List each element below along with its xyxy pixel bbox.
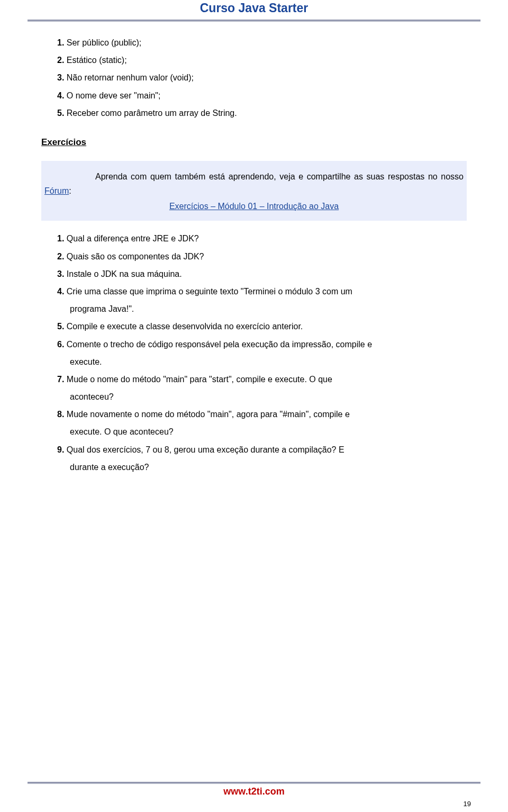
list-text: Mude o nome do método "main" para "start… bbox=[67, 375, 332, 384]
list-continuation: programa Java!". bbox=[70, 302, 467, 316]
list-continuation: aconteceu? bbox=[70, 390, 467, 404]
list-item: 3. Não retornar nenhum valor (void); bbox=[57, 70, 467, 85]
list-text: Qual a diferença entre JRE e JDK? bbox=[67, 234, 199, 243]
list-num: 1. bbox=[57, 38, 64, 47]
forum-link[interactable]: Fórum bbox=[44, 186, 69, 195]
callout-body: Aprenda com quem também está aprendendo,… bbox=[44, 169, 464, 198]
list-item: 2. Estático (static); bbox=[57, 53, 467, 67]
list-continuation: durante a execução? bbox=[70, 460, 467, 474]
list-text: Não retornar nenhum valor (void); bbox=[67, 73, 194, 82]
list-item: 6. Comente o trecho de código responsáve… bbox=[57, 337, 467, 351]
list-item: 5. Compile e execute a classe desenvolvi… bbox=[57, 319, 467, 333]
list-num: 9. bbox=[57, 445, 64, 454]
list-num: 2. bbox=[57, 252, 64, 261]
list-item: 3. Instale o JDK na sua máquina. bbox=[57, 267, 467, 281]
list-continuation: execute. O que aconteceu? bbox=[70, 425, 467, 439]
exercise-list: 1. Qual a diferença entre JRE e JDK? 2. … bbox=[57, 231, 467, 474]
page-footer: www.t2ti.com bbox=[0, 782, 508, 797]
list-num: 4. bbox=[57, 287, 64, 296]
list-num: 3. bbox=[57, 73, 64, 82]
callout-pre-text: Aprenda com quem também está aprendendo,… bbox=[95, 172, 464, 181]
callout-post-text: : bbox=[69, 186, 71, 195]
exercises-heading: Exercícios bbox=[41, 135, 467, 150]
list-item: 4. Crie uma classe que imprima o seguint… bbox=[57, 284, 467, 299]
list-num: 3. bbox=[57, 269, 64, 278]
list-text: O nome deve ser "main"; bbox=[67, 91, 161, 100]
page-title: Curso Java Starter bbox=[200, 1, 309, 15]
list-text: Qual dos exercícios, 7 ou 8, gerou uma e… bbox=[67, 445, 344, 454]
list-num: 4. bbox=[57, 91, 64, 100]
page-header: Curso Java Starter bbox=[0, 0, 508, 15]
list-text: Compile e execute a classe desenvolvida … bbox=[67, 322, 303, 331]
page-number: 19 bbox=[464, 800, 471, 808]
list-item: 2. Quais são os componentes da JDK? bbox=[57, 249, 467, 264]
list-text: Crie uma classe que imprima o seguinte t… bbox=[67, 287, 352, 296]
list-num: 2. bbox=[57, 56, 64, 65]
list-item: 4. O nome deve ser "main"; bbox=[57, 88, 467, 103]
list-item: 1. Qual a diferença entre JRE e JDK? bbox=[57, 231, 467, 246]
list-num: 5. bbox=[57, 322, 64, 331]
list-num: 7. bbox=[57, 375, 64, 384]
list-text: Estático (static); bbox=[67, 56, 127, 65]
list-num: 1. bbox=[57, 234, 64, 243]
list-text: Comente o trecho de código responsável p… bbox=[67, 340, 372, 349]
list-text: Quais são os componentes da JDK? bbox=[67, 252, 204, 261]
list-num: 5. bbox=[57, 109, 64, 118]
list-item: 8. Mude novamente o nome do método "main… bbox=[57, 407, 467, 421]
footer-rule bbox=[28, 782, 480, 784]
list-text: Ser público (public); bbox=[67, 38, 141, 47]
intro-list: 1. Ser público (public); 2. Estático (st… bbox=[57, 35, 467, 120]
list-num: 8. bbox=[57, 410, 64, 419]
list-continuation: execute. bbox=[70, 355, 467, 369]
list-text: Mude novamente o nome do método "main", … bbox=[67, 410, 350, 419]
list-item: 5. Receber como parâmetro um array de St… bbox=[57, 106, 467, 120]
list-num: 6. bbox=[57, 340, 64, 349]
list-item: 9. Qual dos exercícios, 7 ou 8, gerou um… bbox=[57, 443, 467, 457]
main-content: 1. Ser público (public); 2. Estático (st… bbox=[0, 22, 508, 474]
list-item: 1. Ser público (public); bbox=[57, 35, 467, 50]
footer-url-link[interactable]: www.t2ti.com bbox=[223, 786, 284, 797]
list-text: Receber como parâmetro um array de Strin… bbox=[67, 109, 237, 118]
callout-box: Aprenda com quem também está aprendendo,… bbox=[41, 161, 467, 221]
list-text: Instale o JDK na sua máquina. bbox=[67, 269, 182, 278]
exercises-module-link[interactable]: Exercícios – Módulo 01 – Introdução ao J… bbox=[44, 199, 464, 213]
list-item: 7. Mude o nome do método "main" para "st… bbox=[57, 372, 467, 386]
